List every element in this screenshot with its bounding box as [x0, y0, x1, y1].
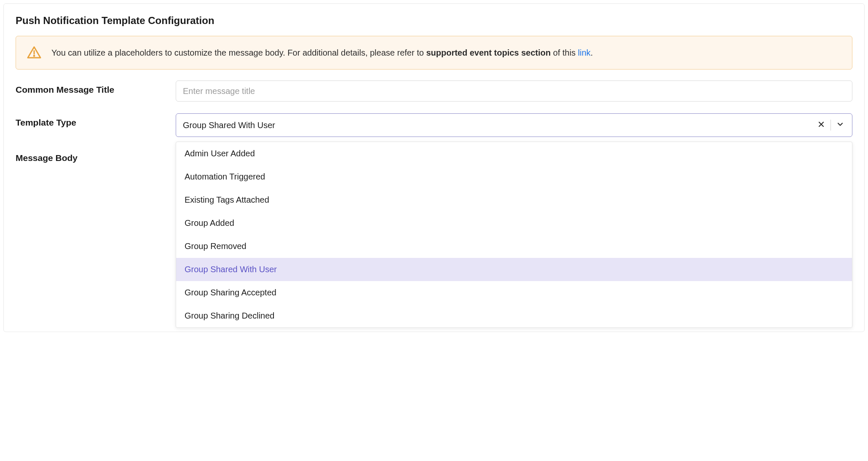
svg-point-1 [34, 56, 35, 56]
clear-selection-button[interactable] [812, 114, 830, 137]
dropdown-option[interactable]: Admin User Added [176, 142, 852, 165]
dropdown-option[interactable]: Existing Tags Attached [176, 188, 852, 212]
dropdown-option[interactable]: Group Sharing Declined [176, 304, 852, 327]
page-title: Push Notification Template Configuration [16, 15, 852, 27]
info-alert: You can utilize a placeholders to custom… [16, 36, 852, 70]
label-template-type: Template Type [16, 113, 176, 128]
alert-bold: supported event topics section [426, 48, 551, 57]
alert-text-mid: of this [551, 48, 578, 57]
dropdown-option[interactable]: Group Removed [176, 235, 852, 258]
select-actions [812, 114, 849, 137]
dropdown-option[interactable]: Automation Triggered [176, 165, 852, 188]
template-type-select[interactable]: Group Shared With User [176, 113, 852, 137]
row-message-title: Common Message Title [16, 80, 852, 102]
template-type-value: Group Shared With User [183, 121, 812, 130]
warning-icon [26, 45, 42, 61]
chevron-down-icon [836, 120, 844, 130]
alert-text-after: . [591, 48, 593, 57]
alert-text: You can utilize a placeholders to custom… [51, 46, 593, 59]
label-message-title: Common Message Title [16, 80, 176, 95]
dropdown-option[interactable]: Group Added [176, 212, 852, 235]
message-title-input[interactable] [176, 80, 852, 102]
close-icon [817, 120, 825, 130]
dropdown-option[interactable]: Group Sharing Accepted [176, 281, 852, 304]
wrap-message-title [176, 80, 852, 102]
config-panel: Push Notification Template Configuration… [3, 3, 865, 332]
alert-text-before: You can utilize a placeholders to custom… [51, 48, 426, 57]
wrap-template-type: Group Shared With User [176, 113, 852, 137]
dropdown-option[interactable]: Group Shared With User [176, 258, 852, 281]
alert-link[interactable]: link [578, 48, 591, 57]
template-type-listbox[interactable]: Admin User AddedAutomation TriggeredExis… [176, 142, 852, 327]
row-template-type: Template Type Group Shared With User [16, 113, 852, 137]
template-type-dropdown: Admin User AddedAutomation TriggeredExis… [176, 142, 852, 328]
label-message-body: Message Body [16, 149, 176, 163]
dropdown-toggle-button[interactable] [831, 114, 849, 137]
